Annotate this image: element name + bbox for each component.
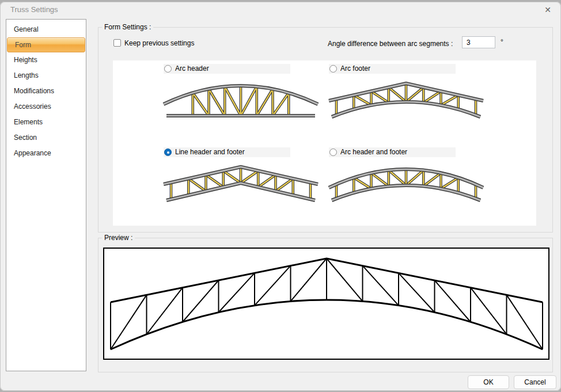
ok-button[interactable]: OK <box>468 375 509 389</box>
arc-header-truss-illustration <box>162 79 320 124</box>
sidebar-item-accessories[interactable]: Accessories <box>6 99 86 115</box>
arc-header-footer-radio[interactable] <box>329 149 337 156</box>
preview-truss-drawing <box>105 249 548 359</box>
sidebar-item-general[interactable]: General <box>6 22 86 37</box>
option-arc-header[interactable]: Arc header <box>164 64 328 74</box>
angle-difference-label: Angle difference between arc segments : <box>328 40 453 48</box>
window-title: Truss Settings <box>10 5 58 14</box>
preview-canvas <box>103 248 549 360</box>
sidebar-item-appearance[interactable]: Appearance <box>6 146 86 161</box>
desktop-backdrop: Truss Settings ✕ General Form Heights Le… <box>0 0 561 392</box>
truss-settings-dialog: Truss Settings ✕ General Form Heights Le… <box>0 2 561 391</box>
form-settings-group: Form Settings : Keep previous settings A… <box>98 27 553 233</box>
sidebar-item-section[interactable]: Section <box>6 130 86 146</box>
sidebar-item-heights[interactable]: Heights <box>6 52 86 68</box>
sidebar-item-form[interactable]: Form <box>7 37 85 52</box>
sidebar-item-elements[interactable]: Elements <box>6 115 86 130</box>
arc-header-footer-truss-illustration <box>327 162 485 207</box>
cancel-button[interactable]: Cancel <box>514 375 556 389</box>
arc-header-footer-label: Arc header and footer <box>340 147 407 157</box>
keep-previous-settings-label: Keep previous settings <box>124 39 194 47</box>
form-settings-group-label: Form Settings : <box>102 23 153 31</box>
option-arc-header-footer[interactable]: Arc header and footer <box>329 147 494 157</box>
degree-unit-label: ° <box>501 38 503 46</box>
arc-header-label: Arc header <box>175 64 209 74</box>
arc-footer-label: Arc footer <box>340 64 370 74</box>
sidebar-item-modifications[interactable]: Modifications <box>6 83 86 99</box>
line-header-footer-truss-illustration <box>162 162 320 207</box>
title-bar[interactable]: Truss Settings ✕ <box>0 2 561 18</box>
truss-form-options-panel: Arc header Arc footer Line header and fo… <box>113 60 536 226</box>
preview-group: Preview : <box>98 238 553 372</box>
close-icon[interactable]: ✕ <box>540 3 555 16</box>
preview-group-label: Preview : <box>102 234 135 242</box>
sidebar-item-lengths[interactable]: Lengths <box>6 68 86 83</box>
option-arc-header-footer-row[interactable]: Arc header and footer <box>329 147 456 157</box>
settings-nav-sidebar: General Form Heights Lengths Modificatio… <box>6 19 86 371</box>
angle-difference-input[interactable] <box>462 36 495 48</box>
option-arc-footer[interactable]: Arc footer <box>329 64 494 74</box>
keep-previous-settings-checkbox[interactable] <box>113 39 121 47</box>
option-line-header-footer-row[interactable]: Line header and footer <box>164 147 290 157</box>
line-header-footer-radio[interactable] <box>164 149 172 156</box>
option-line-header-footer[interactable]: Line header and footer <box>164 147 328 157</box>
arc-footer-truss-illustration <box>327 79 485 124</box>
option-arc-header-row[interactable]: Arc header <box>164 64 290 74</box>
option-arc-footer-row[interactable]: Arc footer <box>329 64 456 74</box>
arc-footer-radio[interactable] <box>329 65 337 73</box>
line-header-footer-label: Line header and footer <box>175 147 245 157</box>
arc-header-radio[interactable] <box>164 65 172 73</box>
